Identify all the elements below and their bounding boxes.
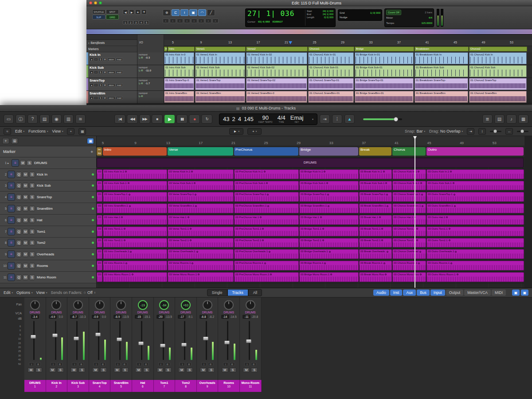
view-segment-all[interactable]: All [248,289,262,296]
filter-aux[interactable]: Aux [403,289,416,296]
duplicate-track-button[interactable]: ⊞ [11,138,18,144]
universe-view[interactable] [86,29,532,35]
scrubber-tool-icon[interactable]: ◠ [198,9,206,16]
mute-button[interactable]: M [23,251,28,257]
audio-region[interactable]: 01 Verse1 SnareBtm [195,91,245,103]
region[interactable]: 03 Verse Kick In.1 [168,169,234,179]
mute-button[interactable]: M [23,229,28,235]
track-name[interactable]: Kick Sub [88,65,137,70]
pan-knob[interactable] [51,300,61,310]
output-assignment[interactable]: L-R [139,82,143,85]
arrangement-marker-intro[interactable]: Intro [103,147,167,156]
track-header-rooms[interactable]: 10≡QMSRooms [0,260,96,272]
track-button-rec[interactable]: ● [90,83,94,87]
pan-knob[interactable] [116,300,126,310]
region[interactable]: 03 I [97,227,102,236]
quantize-button[interactable]: Q [16,172,22,177]
pan-knob[interactable]: -19 [138,300,148,310]
mute-button[interactable]: M [27,368,34,372]
region[interactable]: 03 Bridge Mono Room.1 [299,272,359,282]
region[interactable]: 03 Intro Kick In.1 [103,169,167,179]
quantize-button[interactable]: Q [16,229,22,235]
track-header-hat[interactable]: 6≡QMSHat [0,215,96,226]
quantize-button[interactable]: Q [16,183,22,188]
marker-bridge[interactable]: Bridge [355,47,414,51]
filter-bus[interactable]: Bus [417,289,430,296]
solo-button[interactable]: S [29,217,35,223]
track-view-read[interactable]: read [116,83,123,87]
track-view-read[interactable]: read [116,96,123,100]
rewind-icon[interactable]: ◀◀ [127,114,138,124]
pencil-tool-icon[interactable]: ╱ [207,9,215,16]
fader-handle[interactable] [160,344,165,348]
input-monitor-button[interactable]: I [29,362,34,366]
region[interactable]: 03 PreChorus SnareBtm.1 [234,203,299,213]
region[interactable]: 03 Bridge Kick Sub.1 [299,181,359,191]
input-monitor-button[interactable]: I [158,362,164,366]
disclosure-triangle[interactable]: ▸ [8,161,11,164]
track-header-mono-room[interactable]: 11≡QMSMono Room [0,272,96,283]
region[interactable]: 03 I [97,261,102,270]
input-monitor-button[interactable]: I [180,362,185,366]
audio-region[interactable]: 01 Chorus1 Kick Sub-01 [308,65,354,77]
quick-help-icon[interactable]: ? [27,114,38,124]
mode-grid-button[interactable]: GRID [106,15,119,20]
audio-region[interactable]: 01 Intro SnareTop-0 [164,78,194,90]
strip-name-plate[interactable]: Tom28 [175,380,197,392]
track-button-s[interactable]: S [98,96,102,100]
output-assignment[interactable]: L-R [139,69,143,72]
marker-chorus2[interactable]: Chorus2 [469,47,527,51]
region[interactable]: 03 Outro SnareTop.1 [426,192,524,202]
mute-button[interactable]: M [49,368,56,372]
quantize-button[interactable]: Q [16,194,22,200]
summary-region[interactable]: DRUMS [97,158,524,168]
strip-name-plate[interactable]: Kick In2 [46,380,68,392]
pan-knob[interactable] [73,300,83,310]
bars-ruler[interactable]: 591317212529333741454953 [164,40,532,46]
markers-lane[interactable]: IFIntroVerse1Verse2Chorus1BridgeBreakdow… [164,46,532,52]
pan-knob[interactable] [95,300,105,310]
track-header-drums[interactable]: 1▸≡MSDRUMS [0,157,96,169]
quantize-button[interactable]: Q [16,240,22,246]
region[interactable]: 03 Bridge Overheads.1 [299,249,359,259]
region[interactable]: 03 Verse SnareBtm.1 [168,203,234,213]
audio-region[interactable]: 01 Chorus1 SnareTop-01 [308,78,354,90]
strip-name-plate[interactable]: Overheads9 [197,380,219,392]
mute-button[interactable]: M [243,368,250,372]
pan-knob[interactable]: +63 [181,300,191,310]
mute-button[interactable]: M [23,194,28,200]
length-value[interactable]: 0| 0| 000 [324,16,333,19]
input-monitor-button[interactable]: I [72,362,77,366]
zoom-preset-2[interactable]: 2 [128,20,133,24]
track-header-kick-in[interactable]: 2≡QMSKick In [0,169,96,180]
toolbar-button[interactable]: ▪ [212,19,219,23]
region[interactable]: 03 Chorus Rooms.1 [392,261,426,270]
track-sort-icon[interactable]: ▣ [87,138,94,144]
pan-knob[interactable] [224,300,234,310]
sends-on-faders[interactable]: Sends on Faders: ○ Off⇕ [51,290,96,295]
region[interactable]: 03 I [97,215,102,225]
track-name[interactable]: Kick In [88,52,137,57]
marker-verse1[interactable]: Verse1 [195,47,246,51]
arrangement-marker-bridge[interactable]: Bridge [299,147,358,156]
output-assignment[interactable]: L-R [139,95,143,98]
fader-handle[interactable] [95,332,101,336]
end-value[interactable]: 24| 1| 000 [323,13,333,16]
lcd-display[interactable]: 43 2 4 145 90 KEEP TEMPO 4/4 TIME Emaj [219,113,317,125]
audio-region[interactable]: 01 Breakdown SnareBtm [415,91,468,103]
strip-name-plate[interactable]: Rooms10 [218,380,240,392]
waveform-vzoom-icon[interactable]: ↕ [478,128,486,135]
track-header-snarebtm[interactable]: 5≡QMSSnareBtm [0,203,96,215]
arrangement-marker-break[interactable]: Break [359,147,391,156]
zoomer-tool-icon[interactable]: ⊕ [163,9,171,16]
region[interactable]: 03 Bridge Rooms.1 [299,261,359,270]
audio-region[interactable]: 01 Intro Kick Sub [164,65,194,77]
mute-button[interactable]: M [92,368,99,372]
fader-handle[interactable] [203,336,208,340]
fader-handle[interactable] [30,335,36,339]
view-segment-single[interactable]: Single [207,289,227,296]
strip-name-plate[interactable]: SnareTop4 [89,380,111,392]
mixer-icon[interactable]: ▥ [63,114,74,124]
functions-menu[interactable]: Functions▾ [28,129,48,133]
fader-handle[interactable] [246,339,251,343]
